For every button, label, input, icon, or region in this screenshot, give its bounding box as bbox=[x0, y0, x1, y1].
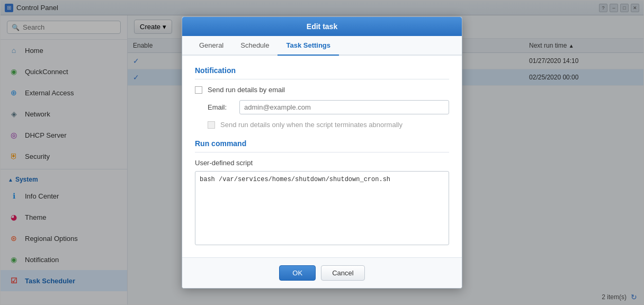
edit-task-modal: Edit task General Schedule Task Settings… bbox=[182, 16, 462, 289]
run-command-section: Run command User-defined script bash /va… bbox=[195, 139, 449, 247]
tab-schedule[interactable]: Schedule bbox=[232, 36, 278, 56]
abnormal-checkbox bbox=[208, 121, 215, 129]
email-row: Email: bbox=[208, 100, 449, 114]
cancel-button[interactable]: Cancel bbox=[321, 265, 364, 281]
email-label: Email: bbox=[208, 103, 234, 111]
run-command-title: Run command bbox=[195, 139, 449, 152]
modal-body: Notification Send run details by email E… bbox=[182, 56, 462, 257]
modal-tabs: General Schedule Task Settings bbox=[182, 36, 462, 56]
abnormal-label: Send run details only when the script te… bbox=[220, 121, 402, 129]
modal-title: Edit task bbox=[182, 17, 462, 36]
modal-footer: OK Cancel bbox=[182, 257, 462, 288]
notification-section-title: Notification bbox=[195, 66, 449, 79]
send-email-checkbox[interactable] bbox=[195, 86, 202, 94]
email-input[interactable] bbox=[239, 100, 449, 114]
tab-task-settings[interactable]: Task Settings bbox=[278, 36, 339, 56]
send-email-label: Send run details by email bbox=[208, 86, 285, 94]
script-textarea[interactable]: bash /var/services/homes/shutdown/shutdo… bbox=[195, 171, 449, 245]
ok-button[interactable]: OK bbox=[279, 265, 316, 281]
tab-general[interactable]: General bbox=[191, 36, 232, 56]
modal-overlay: Edit task General Schedule Task Settings… bbox=[1, 1, 643, 304]
abnormal-row: Send run details only when the script te… bbox=[208, 121, 449, 129]
send-email-row: Send run details by email bbox=[195, 86, 449, 94]
script-label: User-defined script bbox=[195, 159, 449, 167]
main-window: ⊞ Control Panel ? – □ ✕ 🔍 ⌂ Home ◉ bbox=[0, 0, 644, 305]
